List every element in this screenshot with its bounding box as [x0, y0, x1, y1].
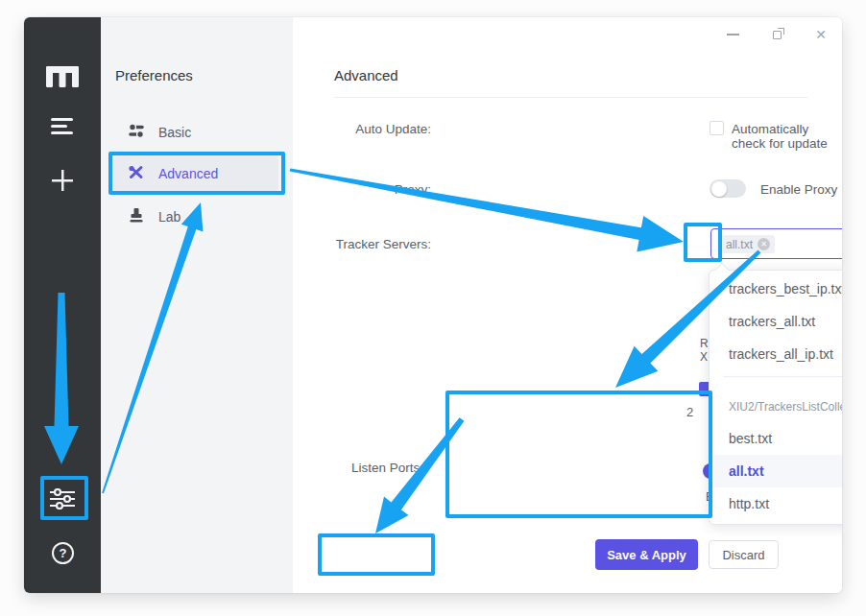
advanced-tools-icon [128, 164, 145, 184]
tag-label: all.txt [726, 238, 753, 251]
lab-stamp-icon [128, 207, 145, 227]
basic-toggles-icon [128, 123, 145, 143]
proxy-toggle[interactable] [710, 179, 746, 198]
hidden-text-fragment-1: R [700, 337, 709, 350]
tag-remove-icon[interactable]: ✕ [758, 238, 770, 250]
auto-update-checkbox-label[interactable]: Automatically check for update [732, 122, 842, 151]
toggle-knob [711, 181, 727, 197]
screenshot-stage: ? Preferences Basic [0, 0, 866, 616]
tracker-servers-label: Tracker Servers: [336, 237, 431, 251]
nav-label-advanced: Advanced [158, 166, 218, 181]
preferences-panel: Preferences Basic [101, 17, 293, 593]
nav-label-lab: Lab [158, 209, 180, 225]
dropdown-group-label: XIU2/TrackersListCollection [729, 400, 842, 414]
advanced-settings-panel: ✕ Advanced Auto Update: Automatically ch… [293, 17, 842, 593]
help-icon[interactable]: ? [52, 542, 74, 564]
app-sidebar: ? [24, 17, 101, 593]
motrix-logo-icon [24, 59, 101, 92]
dropdown-item[interactable]: trackers_best_ip.txt [710, 272, 842, 305]
app-window: ? Preferences Basic [24, 17, 842, 593]
dropdown-item-selected[interactable]: all.txt ✓ [710, 455, 842, 487]
selected-item-label: all.txt [729, 463, 764, 479]
dropdown-item[interactable]: best.txt [710, 422, 842, 455]
dropdown-item[interactable]: trackers_all_ip.txt [710, 338, 842, 370]
dropdown-item[interactable]: trackers_all.txt [710, 305, 842, 338]
window-controls: ✕ [725, 27, 829, 42]
page-title: Advanced [334, 67, 398, 83]
preferences-title: Preferences [115, 67, 193, 83]
proxy-label: Proxy: [395, 182, 431, 197]
selected-tracker-tag: all.txt ✕ [719, 235, 775, 253]
tracker-select[interactable]: all.txt ✕ [710, 228, 842, 259]
add-task-icon[interactable] [24, 169, 101, 192]
close-button[interactable]: ✕ [813, 27, 829, 42]
proxy-toggle-label: Enable Proxy [760, 182, 837, 197]
auto-update-label: Auto Update: [355, 122, 431, 136]
auto-update-checkbox[interactable] [710, 121, 724, 135]
preferences-sliders-icon[interactable] [24, 487, 101, 510]
tracker-dropdown: trackers_best_ip.txt trackers_all.txt tr… [709, 270, 842, 525]
hidden-text-fragment-2: X [700, 350, 708, 364]
nav-label-basic: Basic [158, 125, 191, 140]
task-list-icon[interactable] [24, 115, 101, 138]
dropdown-divider [723, 376, 842, 377]
minimize-button[interactable] [725, 27, 740, 42]
hidden-text-fragment-3: 2 [686, 405, 693, 419]
nav-item-basic[interactable]: Basic [113, 113, 278, 152]
dropdown-item[interactable]: http.txt [710, 487, 842, 520]
listen-ports-label: Listen Ports: [351, 461, 423, 475]
title-divider [334, 97, 807, 98]
restore-button[interactable] [769, 27, 784, 42]
discard-button[interactable]: Discard [709, 540, 779, 569]
save-apply-button[interactable]: Save & Apply [595, 539, 698, 570]
question-glyph: ? [60, 546, 67, 560]
nav-item-lab[interactable]: Lab [113, 198, 278, 236]
nav-item-advanced[interactable]: Advanced [113, 154, 278, 193]
